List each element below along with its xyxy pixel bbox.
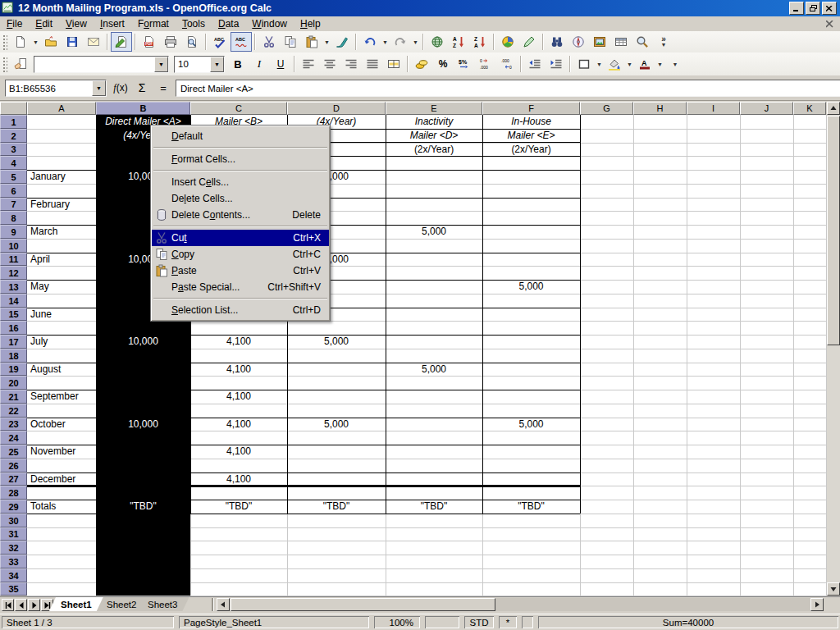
row-header-1[interactable]: 1	[0, 115, 27, 129]
cell-f3[interactable]: (2x/Year)	[483, 144, 579, 156]
toolbar-grip[interactable]	[2, 34, 7, 50]
more-buttons[interactable]: »▼	[653, 32, 674, 52]
font-color-dropdown[interactable]: ▼	[655, 55, 664, 73]
sheet-tab-sheet3[interactable]: Sheet3	[136, 597, 189, 611]
column-header-k[interactable]: K	[793, 102, 826, 115]
row-header-29[interactable]: 29	[0, 500, 27, 514]
menu-edit[interactable]: Edit	[29, 17, 59, 30]
standard-format[interactable]: $%	[454, 54, 475, 74]
column-header-e[interactable]: E	[386, 102, 482, 115]
font-name-combo-dropdown-icon[interactable]: ▼	[154, 57, 168, 72]
context-menu-item-copy[interactable]: CopyCtrl+C	[152, 246, 329, 262]
cell-c21[interactable]: 4,100	[191, 390, 286, 403]
row-header-18[interactable]: 18	[0, 349, 27, 363]
context-menu-item-cut[interactable]: CutCtrl+X	[152, 230, 329, 246]
menu-tools[interactable]: Tools	[176, 17, 212, 30]
cell-c25[interactable]: 4,100	[191, 445, 286, 458]
cell-a27[interactable]: December	[28, 473, 98, 486]
decrease-indent[interactable]	[524, 54, 546, 74]
status-page-style[interactable]: PageStyle_Sheet1	[179, 616, 369, 628]
cell-a23[interactable]: October	[28, 418, 98, 431]
cell-a7[interactable]: February	[28, 199, 98, 211]
minimize-button[interactable]	[789, 2, 804, 15]
format-paintbrush[interactable]	[331, 32, 353, 52]
scroll-up-icon[interactable]	[827, 102, 840, 115]
align-center[interactable]	[319, 54, 340, 74]
context-menu-item-insert-cells[interactable]: Insert Cells...	[152, 174, 329, 190]
percent[interactable]: %	[432, 54, 454, 74]
function-wizard-icon[interactable]: f(x)	[112, 80, 130, 96]
row-header-5[interactable]: 5	[0, 170, 27, 184]
apply-style[interactable]	[10, 54, 31, 74]
status-insert-mode[interactable]: STD	[464, 616, 494, 628]
cell-c17[interactable]: 4,100	[191, 336, 286, 348]
tab-first-icon[interactable]	[2, 599, 14, 611]
undo-dropdown[interactable]: ▼	[381, 33, 390, 51]
more-buttons-small[interactable]: ▼	[664, 54, 686, 74]
sort-ascending[interactable]: AZ	[448, 32, 469, 52]
column-header-d[interactable]: D	[287, 102, 386, 115]
background-color-dropdown[interactable]: ▼	[625, 55, 634, 73]
spellcheck[interactable]: ABC	[209, 32, 231, 52]
new-document-dropdown[interactable]: ▼	[31, 33, 40, 51]
open[interactable]	[40, 32, 62, 52]
status-sheet[interactable]: Sheet 1 / 3	[2, 616, 174, 628]
new-document[interactable]	[10, 32, 31, 52]
row-header-19[interactable]: 19	[0, 363, 27, 376]
save[interactable]	[62, 32, 83, 52]
row-header-12[interactable]: 12	[0, 266, 27, 280]
italic[interactable]: I	[249, 54, 270, 74]
hyperlink[interactable]	[427, 32, 448, 52]
context-menu-item-default[interactable]: Default	[152, 128, 329, 144]
row-header-30[interactable]: 30	[0, 514, 27, 527]
show-draw-functions[interactable]	[518, 32, 540, 52]
cell-a19[interactable]: August	[28, 363, 98, 376]
insert-chart[interactable]	[497, 32, 518, 52]
column-header-g[interactable]: G	[580, 102, 633, 115]
cell-a21[interactable]: September	[28, 390, 98, 403]
toolbar-grip[interactable]	[2, 56, 7, 72]
cell-e19[interactable]: 5,000	[386, 363, 482, 376]
close-document-icon[interactable]	[824, 18, 835, 30]
cell-f29[interactable]: "TBD"	[483, 500, 579, 513]
row-header-32[interactable]: 32	[0, 541, 27, 555]
cell-c23[interactable]: 4,100	[191, 418, 286, 431]
status-sum[interactable]: Sum=40000	[538, 616, 838, 628]
navigator[interactable]	[568, 32, 589, 52]
font-size-combo[interactable]: 10▼	[174, 56, 225, 73]
paste-dropdown[interactable]: ▼	[322, 33, 331, 51]
page-preview[interactable]	[181, 32, 203, 52]
cell-a25[interactable]: November	[28, 445, 98, 458]
row-header-13[interactable]: 13	[0, 280, 27, 294]
undo[interactable]	[359, 32, 381, 52]
sum-icon[interactable]: Σ	[133, 80, 151, 96]
menu-window[interactable]: Window	[245, 17, 294, 30]
row-header-14[interactable]: 14	[0, 294, 27, 308]
context-menu-item-selection-list[interactable]: Selection List...Ctrl+D	[152, 302, 329, 318]
row-header-6[interactable]: 6	[0, 184, 27, 198]
row-header-15[interactable]: 15	[0, 308, 27, 321]
row-header-11[interactable]: 11	[0, 253, 27, 266]
cell-e3[interactable]: (2x/Year)	[386, 144, 482, 156]
context-menu-item-paste[interactable]: PasteCtrl+V	[152, 262, 329, 279]
row-header-34[interactable]: 34	[0, 568, 27, 582]
row-header-33[interactable]: 33	[0, 555, 27, 568]
status-zoom[interactable]: 100%	[374, 616, 420, 628]
send-email[interactable]	[83, 32, 104, 52]
cell-a9[interactable]: March	[28, 226, 98, 238]
cell-e29[interactable]: "TBD"	[386, 500, 482, 513]
tab-scroll-divider[interactable]	[212, 598, 214, 611]
cell-a5[interactable]: January	[28, 171, 98, 183]
column-header-j[interactable]: J	[740, 102, 793, 115]
row-header-3[interactable]: 3	[0, 143, 27, 156]
cell-e1[interactable]: Inactivity	[386, 116, 482, 128]
redo-dropdown[interactable]: ▼	[411, 33, 420, 51]
cell-c29[interactable]: "TBD"	[191, 500, 286, 513]
cell-f1[interactable]: In-House	[483, 116, 579, 128]
column-header-a[interactable]: A	[27, 102, 96, 115]
column-header-b[interactable]: B	[96, 102, 190, 115]
horizontal-scroll-thumb[interactable]	[231, 598, 495, 611]
cell-f23[interactable]: 5,000	[483, 418, 579, 431]
cell-a17[interactable]: July	[28, 336, 98, 348]
cell-b23[interactable]: 10,000	[97, 418, 189, 431]
